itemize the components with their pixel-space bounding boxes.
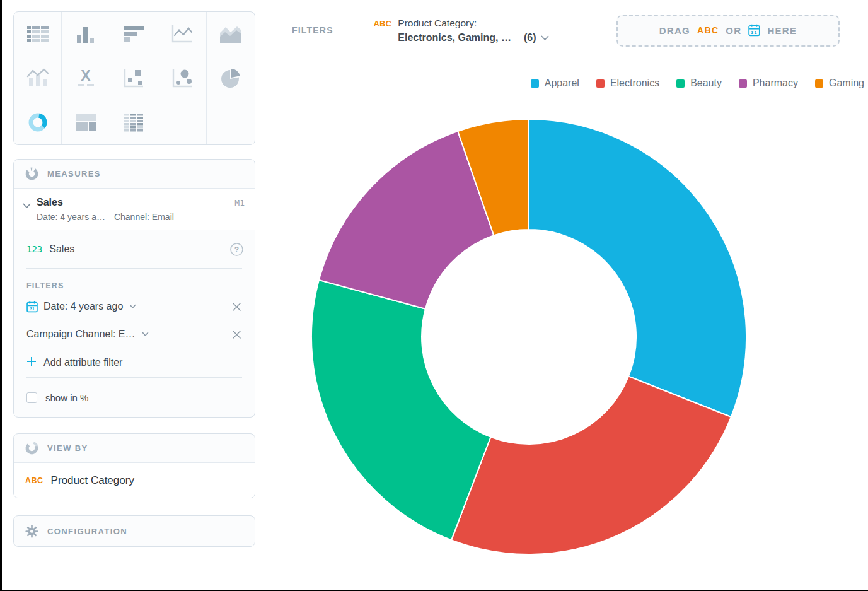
legend-swatch (676, 79, 685, 88)
donut-chart-icon (27, 112, 49, 133)
remove-attribute-filter-icon[interactable] (231, 329, 242, 340)
divider (26, 377, 242, 378)
legend-item-pharmacy[interactable]: Pharmacy (739, 78, 798, 89)
vis-type-empty-cell (158, 100, 206, 144)
vis-type-line-chart-button[interactable] (158, 12, 206, 56)
legend-item-apparel[interactable]: Apparel (531, 78, 579, 89)
view-by-panel: VIEW BY ABC Product Category (13, 433, 255, 498)
app-window: X (0, 0, 868, 591)
plus-icon (26, 356, 37, 369)
chart-legend: ApparelElectronicsBeautyPharmacyGaming (531, 78, 864, 89)
heatmap-icon (123, 113, 144, 132)
date-filter-label: Date: 4 years ago (43, 301, 123, 312)
configuration-panel: CONFIGURATION (13, 515, 255, 547)
donut-chart (310, 118, 748, 556)
configuration-header-label: CONFIGURATION (47, 527, 127, 536)
vis-type-picker: X (13, 11, 255, 145)
measure-config-body: 123 Sales ? FILTERS (14, 230, 255, 417)
configuration-header[interactable]: CONFIGURATION (14, 516, 255, 546)
main-area: FILTERS ABC Product Category: Electronic… (277, 0, 868, 590)
legend-label: Electronics (610, 78, 659, 89)
add-attribute-filter-label: Add attribute filter (43, 357, 122, 368)
measures-header[interactable]: MEASURES (14, 160, 255, 189)
sidebar: X (13, 11, 255, 547)
svg-text:?: ? (234, 245, 239, 254)
donut-slice-apparel[interactable] (529, 119, 746, 417)
legend-label: Pharmacy (753, 78, 798, 89)
vis-type-area-chart-button[interactable] (207, 12, 255, 56)
measures-panel: MEASURES Sales M1 Date: 4 years a… Chann… (13, 159, 255, 418)
view-by-attribute-item[interactable]: ABC Product Category (14, 463, 255, 498)
show-in-percent-row[interactable]: show in % (14, 387, 255, 408)
filter-bar: FILTERS ABC Product Category: Electronic… (277, 0, 868, 61)
view-by-header[interactable]: VIEW BY (14, 434, 255, 463)
legend-label: Gaming (829, 78, 864, 89)
attribute-type-badge: ABC (697, 25, 719, 35)
vis-type-bar-chart-button[interactable] (110, 12, 158, 56)
chevron-down-icon (142, 332, 149, 337)
vis-type-pie-chart-button[interactable] (207, 56, 255, 100)
legend-item-beauty[interactable]: Beauty (676, 78, 722, 89)
measures-header-label: MEASURES (47, 169, 101, 178)
dropzone-here-label: HERE (767, 25, 797, 36)
legend-label: Beauty (690, 78, 722, 89)
product-category-filter-button[interactable]: ABC Product Category: Electronics, Gamin… (374, 18, 550, 44)
measure-subtitle-channel: Channel: Email (114, 212, 174, 222)
table-icon (26, 25, 49, 42)
checkbox-unchecked-icon[interactable] (26, 392, 37, 403)
dropzone-or-label: OR (726, 25, 741, 36)
measure-item-sales[interactable]: Sales M1 Date: 4 years a… Channel: Email (14, 189, 255, 230)
date-filter-row[interactable]: 31 Date: 4 years ago (14, 293, 255, 320)
legend-item-gaming[interactable]: Gaming (815, 78, 864, 89)
attribute-filter-row[interactable]: Campaign Channel: E… (14, 320, 255, 348)
vis-type-donut-chart-button-selected[interactable] (14, 100, 62, 144)
remove-date-filter-icon[interactable] (231, 301, 242, 312)
svg-text:31: 31 (30, 307, 35, 311)
measure-title: Sales (37, 197, 63, 208)
calendar-icon: 31 (26, 301, 38, 313)
legend-swatch (815, 79, 823, 88)
donut-chart-container (310, 118, 748, 556)
vis-type-column-chart-button[interactable] (62, 12, 110, 56)
measure-field-sales[interactable]: 123 Sales ? (14, 230, 255, 268)
vis-type-treemap-button[interactable] (62, 100, 110, 144)
question-icon[interactable]: ? (229, 242, 244, 257)
bar-chart-icon (123, 25, 144, 43)
scatter-plot-icon (123, 68, 144, 88)
attribute-type-badge: ABC (374, 20, 392, 44)
legend-swatch (531, 79, 539, 88)
view-by-header-label: VIEW BY (47, 443, 88, 453)
bubble-chart-icon (171, 68, 193, 88)
vis-type-table-button[interactable] (14, 12, 62, 56)
vis-type-headline-button[interactable]: X (62, 56, 110, 100)
svg-text:X: X (81, 69, 91, 84)
filter-selection-count: (6) (524, 32, 536, 44)
combo-chart-icon (26, 68, 49, 88)
donut-slice-electronics[interactable] (451, 377, 731, 554)
gear-icon (25, 524, 39, 539)
legend-item-electronics[interactable]: Electronics (596, 78, 659, 89)
chevron-down-icon (541, 32, 549, 44)
area-chart-icon (219, 25, 242, 44)
numeric-field-badge: 123 (26, 244, 42, 254)
chevron-down-icon[interactable] (23, 200, 31, 222)
measure-subtitle-date: Date: 4 years a… (37, 212, 105, 222)
headline-icon: X (75, 69, 96, 88)
filter-bar-label: FILTERS (292, 25, 333, 35)
line-chart-icon (171, 24, 194, 44)
legend-label: Apparel (545, 78, 579, 89)
vis-type-heatmap-button[interactable] (110, 100, 158, 144)
show-in-percent-label: show in % (45, 392, 88, 403)
filter-attribute-name: Product Category: (398, 18, 549, 29)
donut-slice-beauty[interactable] (311, 280, 490, 540)
vis-type-scatter-plot-button[interactable] (110, 56, 158, 100)
dropzone-drag-label: DRAG (659, 25, 690, 36)
filters-section-label: FILTERS (14, 269, 255, 293)
vis-type-combo-chart-button[interactable] (14, 56, 62, 100)
view-by-attribute-label: Product Category (51, 474, 134, 487)
add-attribute-filter-button[interactable]: Add attribute filter (14, 348, 255, 377)
chevron-down-icon (129, 304, 136, 309)
filter-dropzone[interactable]: DRAG ABC OR 31 HERE (616, 15, 840, 47)
pie-chart-icon (220, 67, 241, 89)
vis-type-bubble-chart-button[interactable] (158, 56, 206, 100)
